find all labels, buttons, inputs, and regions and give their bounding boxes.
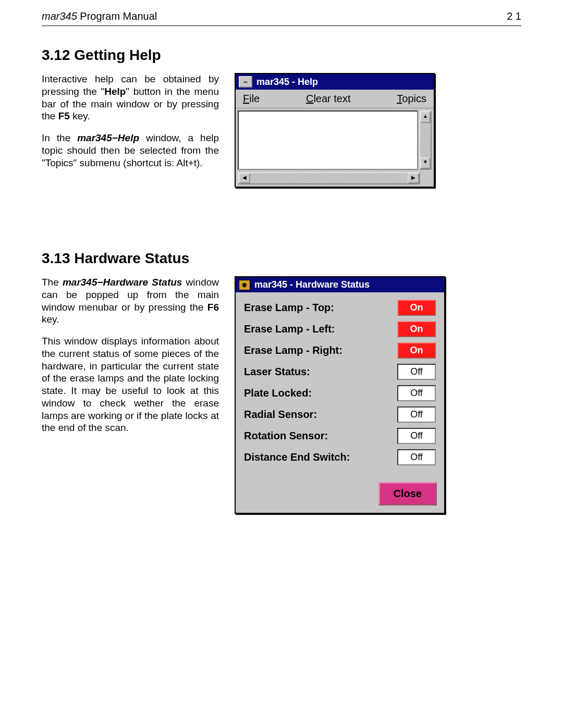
hw-row-value: On	[397, 300, 436, 316]
page-number: 2 1	[507, 10, 521, 22]
header-title-rest: Program Manual	[77, 10, 157, 22]
hw-window-body: Erase Lamp - Top:OnErase Lamp - Left:OnE…	[236, 292, 444, 478]
section-hardware-status: 3.13 Hardware Status The mar345−Hardware…	[42, 250, 521, 514]
scroll-right-icon[interactable]: ▶	[408, 173, 419, 183]
hw-paragraph-2: This window displays information about t…	[42, 335, 219, 434]
system-menu-icon[interactable]: –	[239, 76, 252, 88]
help-window-title: mar345 - Help	[256, 77, 318, 88]
horizontal-scroll-track[interactable]	[250, 173, 408, 183]
hw-row: Distance End Switch:Off	[244, 449, 436, 465]
header-title: mar345 Program Manual	[42, 10, 157, 22]
header-rule	[42, 26, 521, 26]
hw-row-value: Off	[397, 385, 436, 401]
hw-row-label: Erase Lamp - Left:	[244, 323, 335, 335]
hw-row-label: Distance End Switch:	[244, 451, 350, 463]
section-getting-help: 3.12 Getting Help Interactive help can b…	[42, 47, 521, 188]
scroll-left-icon[interactable]: ◀	[239, 173, 250, 183]
menu-file[interactable]: File	[243, 93, 260, 105]
hw-row-value: On	[397, 342, 436, 359]
hw-row-value: Off	[397, 449, 436, 465]
hw-row: Plate Locked:Off	[244, 385, 436, 401]
menu-clear-text[interactable]: Clear text	[306, 93, 351, 105]
vertical-scrollbar[interactable]: ▲ ▼	[419, 110, 432, 170]
hw-row: Erase Lamp - Right:On	[244, 342, 436, 359]
scrollbar-corner	[420, 172, 432, 183]
scroll-up-icon[interactable]: ▲	[420, 112, 431, 123]
heading-hardware-status: 3.13 Hardware Status	[42, 250, 521, 267]
hw-row-value: Off	[397, 406, 436, 423]
hardware-status-window: ◉ mar345 - Hardware Status Erase Lamp - …	[235, 276, 445, 514]
header-title-italic: mar345	[42, 10, 77, 22]
heading-getting-help: 3.12 Getting Help	[42, 47, 521, 64]
hw-paragraph-1: The mar345−Hardware Status window can be…	[42, 276, 219, 326]
scroll-down-icon[interactable]: ▼	[420, 157, 431, 169]
hw-row-label: Erase Lamp - Top:	[244, 302, 334, 314]
hw-row-label: Erase Lamp - Right:	[244, 344, 342, 356]
hw-row-label: Rotation Sensor:	[244, 430, 328, 442]
hw-row: Erase Lamp - Top:On	[244, 300, 436, 316]
page-header: mar345 Program Manual 2 1	[42, 10, 521, 26]
hw-row-value: Off	[397, 428, 436, 444]
horizontal-scrollbar[interactable]: ◀ ▶	[238, 172, 420, 184]
hw-row-label: Radial Sensor:	[244, 409, 317, 421]
help-window-titlebar[interactable]: – mar345 - Help	[236, 74, 434, 90]
hw-row: Radial Sensor:Off	[244, 406, 436, 423]
hw-row-value: Off	[397, 364, 436, 380]
hw-row-label: Laser Status:	[244, 366, 310, 378]
help-paragraph-1: Interactive help can be obtained by pres…	[42, 73, 219, 122]
hw-row: Laser Status:Off	[244, 364, 436, 380]
help-paragraph-2: In the mar345−Help window, a help topic …	[42, 132, 219, 169]
app-icon: ◉	[239, 280, 250, 290]
hw-window-titlebar[interactable]: ◉ mar345 - Hardware Status	[236, 277, 444, 292]
help-textarea[interactable]	[238, 110, 418, 170]
help-window-menubar: File Clear text Topics	[236, 90, 434, 108]
hw-row-label: Plate Locked:	[244, 387, 312, 399]
help-window: – mar345 - Help File Clear text Topics F…	[235, 73, 435, 188]
close-button[interactable]: Close	[378, 482, 437, 505]
hw-row: Rotation Sensor:Off	[244, 428, 436, 444]
hw-row-value: On	[397, 321, 436, 337]
hw-window-title: mar345 - Hardware Status	[254, 279, 370, 290]
hw-row: Erase Lamp - Left:On	[244, 321, 436, 337]
vertical-scroll-track[interactable]	[420, 123, 431, 157]
menu-topics[interactable]: Topics	[397, 93, 426, 105]
